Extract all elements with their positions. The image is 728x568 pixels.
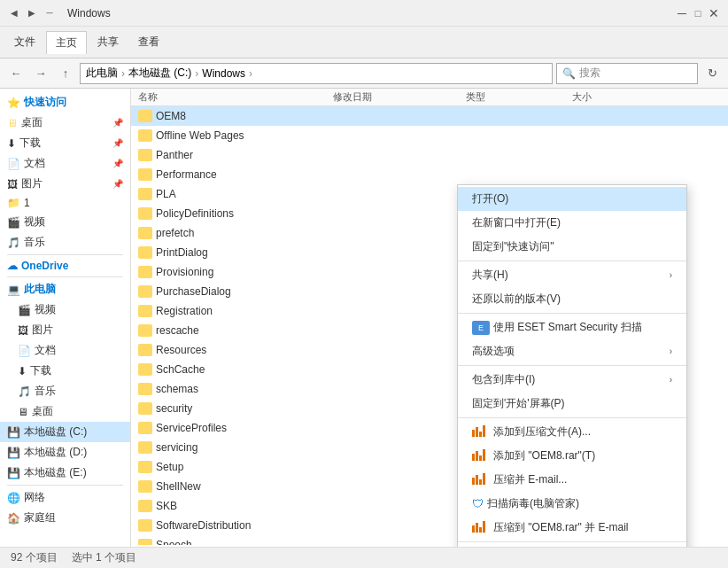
context-menu-item-pin-start[interactable]: 固定到'开始'屏幕(P): [458, 392, 686, 416]
table-row[interactable]: Panther: [131, 145, 728, 165]
address-path[interactable]: 此电脑 › 本地磁盘 (C:) › Windows ›: [80, 63, 553, 84]
folder-icon: [138, 383, 152, 395]
path-sep-2: ›: [195, 67, 198, 80]
refresh-button[interactable]: ↻: [701, 63, 723, 84]
sidebar-this-pc[interactable]: 💻 此电脑: [0, 279, 130, 300]
col-date-header[interactable]: 修改日期: [333, 90, 466, 104]
context-menu-item-include-library[interactable]: 包含到库中(I) ›: [458, 368, 686, 392]
ctx-item-label: 压缩并 E-mail...: [493, 472, 672, 487]
item-count: 92 个项目: [11, 550, 58, 565]
sidebar-documents[interactable]: 📄 文档 📌: [0, 153, 130, 174]
context-menu-item-add-rar[interactable]: 添加到 "OEM8.rar"(T): [458, 444, 686, 468]
back-button[interactable]: ←: [5, 63, 27, 84]
file-name-cell: PLA: [138, 188, 333, 200]
tab-share[interactable]: 共享: [89, 31, 128, 53]
file-name-cell: SoftwareDistribution: [138, 519, 333, 532]
col-name-header[interactable]: 名称: [138, 90, 333, 104]
file-name-cell: PrintDialog: [138, 246, 333, 259]
folder-icon: [138, 402, 152, 415]
window-minimize-btn[interactable]: ─: [675, 6, 689, 20]
folder-icon: [138, 246, 152, 259]
sidebar-c-drive[interactable]: 💾 本地磁盘 (C:): [0, 422, 130, 442]
tab-file[interactable]: 文件: [5, 31, 44, 53]
context-menu-item-pin-quick[interactable]: 固定到"快速访问": [458, 235, 686, 259]
sidebar-pictures-pc[interactable]: 🖼 图片: [0, 320, 130, 340]
search-box[interactable]: 🔍 搜索: [556, 63, 698, 84]
ctx-item-label: 还原以前的版本(V): [472, 292, 672, 307]
title-bar-controls[interactable]: ◀ ▶ ─: [7, 6, 57, 20]
window-title: Windows: [67, 7, 111, 19]
pin-icon-2: 📌: [112, 138, 123, 148]
sidebar-quick-access[interactable]: ⭐ 快速访问: [0, 92, 130, 113]
ctx-item-label: 共享(H): [472, 268, 670, 283]
folder-icon: [138, 461, 152, 473]
sidebar-music-pc[interactable]: 🎵 音乐: [0, 381, 130, 401]
col-type-header[interactable]: 类型: [466, 90, 572, 104]
path-computer[interactable]: 此电脑: [86, 66, 118, 81]
videos-pc-icon: 🎬: [18, 304, 31, 316]
ctx-item-label: 添加到 "OEM8.rar"(T): [493, 448, 672, 463]
sidebar-pictures[interactable]: 🖼 图片 📌: [0, 174, 130, 194]
table-row[interactable]: OEM8: [131, 106, 728, 126]
context-menu-item-compress-email[interactable]: 压缩并 E-mail...: [458, 468, 686, 492]
context-menu-item-open[interactable]: 打开(O): [458, 187, 686, 211]
rar-icon: [472, 425, 490, 437]
sidebar-downloads[interactable]: ⬇ 下载 📌: [0, 133, 130, 153]
col-size-header[interactable]: 大小: [572, 90, 643, 104]
divider-3: [7, 485, 123, 486]
context-menu-item-eset-scan[interactable]: E 使用 ESET Smart Security 扫描: [458, 315, 686, 339]
context-menu-item-advanced[interactable]: 高级选项 ›: [458, 339, 686, 363]
path-windows[interactable]: Windows: [202, 67, 245, 80]
context-menu-item-compress-email2[interactable]: 压缩到 "OEM8.rar" 并 E-mail: [458, 516, 686, 540]
sidebar-network[interactable]: 🌐 网络: [0, 487, 130, 508]
sidebar-music-quick[interactable]: 🎵 音乐: [0, 232, 130, 253]
file-name-cell: ServiceProfiles: [138, 422, 333, 434]
back-icon[interactable]: ◀: [7, 6, 21, 20]
sidebar-videos-pc[interactable]: 🎬 视频: [0, 300, 130, 320]
window-close-btn[interactable]: ✕: [707, 6, 721, 20]
sidebar-desktop-pc[interactable]: 🖥 桌面: [0, 401, 130, 422]
context-menu-item-send-to[interactable]: 发送到(N) ›: [458, 544, 686, 547]
sidebar-downloads-pc[interactable]: ⬇ 下载: [0, 361, 130, 381]
sidebar-d-drive[interactable]: 💾 本地磁盘 (D:): [0, 442, 130, 463]
context-menu-separator: [458, 417, 686, 418]
folder-icon: [138, 129, 152, 142]
window-maximize-btn[interactable]: □: [691, 6, 705, 20]
sidebar: ⭐ 快速访问 🖥 桌面 📌 ⬇ 下载 📌 📄 文档 📌 🖼 图片 📌 📁 1: [0, 89, 131, 547]
context-menu-item-antivirus[interactable]: 🛡 扫描病毒(电脑管家): [458, 492, 686, 516]
folder-icon: [138, 324, 152, 337]
rar-icon: [472, 449, 490, 461]
file-name-cell: Setup: [138, 461, 333, 473]
homegroup-icon: 🏠: [7, 512, 20, 525]
file-name-cell: Performance: [138, 168, 333, 181]
sidebar-onedrive[interactable]: ☁ OneDrive: [0, 257, 130, 275]
sidebar-1[interactable]: 📁 1: [0, 194, 130, 212]
path-drive[interactable]: 本地磁盘 (C:): [128, 66, 191, 81]
videos-icon: 🎬: [7, 216, 20, 229]
up-button[interactable]: ↑: [55, 63, 76, 84]
sidebar-desktop[interactable]: 🖥 桌面 📌: [0, 113, 130, 133]
ctx-item-label: 在新窗口中打开(E): [472, 215, 672, 230]
table-row[interactable]: Offline Web Pages: [131, 126, 728, 145]
context-menu-item-open-new[interactable]: 在新窗口中打开(E): [458, 211, 686, 235]
forward-button[interactable]: →: [30, 63, 51, 84]
sidebar-videos-quick[interactable]: 🎬 视频: [0, 212, 130, 232]
context-menu-item-restore[interactable]: 还原以前的版本(V): [458, 287, 686, 311]
ctx-item-label: 打开(O): [472, 191, 672, 206]
sidebar-documents-pc[interactable]: 📄 文档: [0, 340, 130, 361]
main-area: ⭐ 快速访问 🖥 桌面 📌 ⬇ 下载 📌 📄 文档 📌 🖼 图片 📌 📁 1: [0, 89, 728, 547]
sidebar-homegroup[interactable]: 🏠 家庭组: [0, 508, 130, 528]
tab-home[interactable]: 主页: [46, 31, 87, 54]
context-menu-item-share[interactable]: 共享(H) ›: [458, 263, 686, 287]
forward-icon[interactable]: ▶: [25, 6, 39, 20]
file-name-cell: Offline Web Pages: [138, 129, 333, 142]
sidebar-e-drive[interactable]: 💾 本地磁盘 (E:): [0, 463, 130, 483]
folder-icon: [138, 441, 152, 454]
minimize-icon[interactable]: ─: [43, 6, 57, 20]
tab-view[interactable]: 查看: [129, 31, 168, 53]
folder-icon: [138, 285, 152, 298]
context-menu-item-add-zip[interactable]: 添加到压缩文件(A)...: [458, 420, 686, 444]
table-row[interactable]: Performance: [131, 165, 728, 184]
ctx-icon-area: [472, 473, 493, 487]
rar-icon: [472, 521, 490, 533]
